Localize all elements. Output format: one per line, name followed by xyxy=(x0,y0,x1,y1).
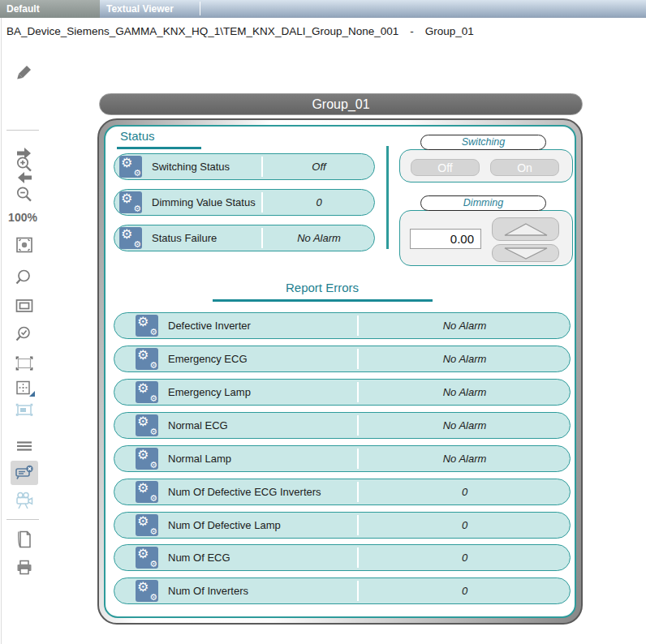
gear-settings-icon[interactable]: ⚙⚙ xyxy=(136,348,158,370)
page-setup-icon[interactable] xyxy=(14,529,35,550)
up-triangle-icon xyxy=(505,224,547,235)
row-divider xyxy=(261,157,263,177)
toolbar-separator xyxy=(6,130,39,131)
row-divider xyxy=(357,415,359,436)
row-divider xyxy=(357,449,359,469)
gear-settings-icon[interactable]: ⚙⚙ xyxy=(119,156,142,178)
group-panel: Status ⚙⚙ Switching Status Off ⚙⚙ Dimmin… xyxy=(104,125,576,618)
report-row-value: No Alarm xyxy=(360,386,570,398)
row-divider xyxy=(357,547,359,568)
gear-settings-icon[interactable]: ⚙⚙ xyxy=(136,514,158,536)
dimming-group xyxy=(399,210,573,266)
report-row-label: Num Of Defective ECG Inverters xyxy=(168,486,321,498)
tab-default-label: Default xyxy=(6,3,40,15)
zoom-in-icon[interactable] xyxy=(14,154,35,175)
zoom-out-icon[interactable] xyxy=(14,184,35,205)
status-row-label: Status Failure xyxy=(152,232,217,244)
status-row-switching-status: ⚙⚙ Switching Status Off xyxy=(114,153,375,180)
row-divider xyxy=(357,515,359,535)
report-row-value: 0 xyxy=(360,486,570,498)
report-row-label: Normal Lamp xyxy=(168,453,231,465)
report-row-label: Num Of ECG xyxy=(168,552,230,564)
group-title: Group_01 xyxy=(99,93,583,115)
list-view-icon[interactable] xyxy=(14,436,35,457)
report-row-num-defective-lamp: ⚙⚙ Num Of Defective Lamp 0 xyxy=(114,512,571,539)
report-row-defective-inverter: ⚙⚙ Defective Inverter No Alarm xyxy=(114,312,571,339)
annotation-search-icon[interactable] xyxy=(11,461,38,485)
report-row-normal-ecg: ⚙⚙ Normal ECG No Alarm xyxy=(114,412,571,439)
report-errors-underline xyxy=(213,299,433,302)
report-errors-heading: Report Errors xyxy=(241,281,403,294)
switch-off-button[interactable]: Off xyxy=(411,159,480,176)
report-row-value: No Alarm xyxy=(360,320,570,332)
report-row-emergency-lamp: ⚙⚙ Emergency Lamp No Alarm xyxy=(114,379,571,406)
row-divider xyxy=(357,482,359,502)
switch-on-button[interactable]: On xyxy=(490,159,559,176)
position-tool-icon[interactable] xyxy=(14,377,35,398)
status-row-label: Dimming Value Status xyxy=(152,196,256,208)
status-row-dimming-value-status: ⚙⚙ Dimming Value Status 0 xyxy=(114,189,375,216)
gear-settings-icon[interactable]: ⚙⚙ xyxy=(136,414,158,436)
magnifier-icon[interactable] xyxy=(14,267,35,288)
row-divider xyxy=(261,192,263,213)
print-icon[interactable] xyxy=(14,557,35,578)
breadcrumb-separator: - xyxy=(410,25,414,37)
report-row-num-defective-ecg-inverters: ⚙⚙ Num Of Defective ECG Inverters 0 xyxy=(114,479,571,505)
tab-textual-viewer-label: Textual Viewer xyxy=(106,3,174,15)
report-row-value: 0 xyxy=(360,519,570,531)
gear-settings-icon[interactable]: ⚙⚙ xyxy=(119,191,142,213)
toolbar: 100% xyxy=(0,52,45,644)
gear-settings-icon[interactable]: ⚙⚙ xyxy=(136,448,158,470)
report-row-label: Emergency Lamp xyxy=(168,386,251,398)
select-region-icon[interactable] xyxy=(14,353,35,374)
camera-tool-icon[interactable] xyxy=(14,490,35,511)
row-divider xyxy=(357,382,359,402)
report-row-value: No Alarm xyxy=(360,353,570,365)
zoom-level-indicator[interactable]: 100% xyxy=(3,211,42,224)
status-heading: Status xyxy=(120,129,155,143)
dimming-group-label: Dimming xyxy=(420,195,546,211)
status-row-value: Off xyxy=(264,161,374,173)
app-window: Default Textual Viewer BA_Device_Siemens… xyxy=(0,0,646,644)
status-row-label: Switching Status xyxy=(152,161,230,173)
breadcrumb: BA_Device_Siemens_GAMMA_KNX_HQ_1\TEM_KNX… xyxy=(0,18,646,45)
tab-separator xyxy=(200,2,200,15)
dimming-increase-button[interactable] xyxy=(492,217,559,241)
fit-view-icon[interactable] xyxy=(14,234,35,255)
report-row-value: 0 xyxy=(360,552,570,564)
report-row-label: Emergency ECG xyxy=(168,353,248,365)
report-row-num-of-inverters: ⚙⚙ Num Of Inverters 0 xyxy=(114,577,571,604)
row-divider xyxy=(357,349,359,369)
toolbar-separator xyxy=(6,519,39,520)
gear-settings-icon[interactable]: ⚙⚙ xyxy=(136,580,158,602)
gear-settings-icon[interactable]: ⚙⚙ xyxy=(136,315,158,337)
switching-group-label: Switching xyxy=(420,135,546,150)
fit-window-icon[interactable] xyxy=(14,295,35,316)
report-row-value: 0 xyxy=(360,585,570,597)
report-row-value: No Alarm xyxy=(360,453,570,465)
status-row-value: No Alarm xyxy=(264,232,374,244)
tab-default[interactable]: Default xyxy=(0,0,100,18)
report-row-label: Num Of Inverters xyxy=(168,585,248,597)
gear-settings-icon[interactable]: ⚙⚙ xyxy=(136,481,158,503)
gear-settings-icon[interactable]: ⚙⚙ xyxy=(136,381,158,403)
dimming-decrease-button[interactable] xyxy=(492,244,559,262)
annotate-pen-icon[interactable] xyxy=(14,62,35,84)
gear-settings-icon[interactable]: ⚙⚙ xyxy=(119,227,142,249)
tab-bar: Default Textual Viewer xyxy=(0,0,646,18)
report-row-normal-lamp: ⚙⚙ Normal Lamp No Alarm xyxy=(114,445,571,472)
gear-settings-icon[interactable]: ⚙⚙ xyxy=(136,547,158,569)
tab-textual-viewer[interactable]: Textual Viewer xyxy=(100,0,200,18)
row-divider xyxy=(357,581,359,601)
down-triangle-icon xyxy=(505,248,547,259)
snapshot-tool-icon[interactable] xyxy=(14,399,35,420)
zoom-previous-icon[interactable] xyxy=(14,324,35,345)
row-divider xyxy=(357,316,359,336)
status-row-value: 0 xyxy=(264,196,374,208)
group-title-label: Group_01 xyxy=(312,97,369,111)
report-row-label: Defective Inverter xyxy=(168,320,251,332)
status-underline xyxy=(117,147,201,149)
status-row-status-failure: ⚙⚙ Status Failure No Alarm xyxy=(114,225,375,251)
report-row-num-of-ecg: ⚙⚙ Num Of ECG 0 xyxy=(114,544,571,571)
dimming-value-input[interactable] xyxy=(410,229,481,249)
